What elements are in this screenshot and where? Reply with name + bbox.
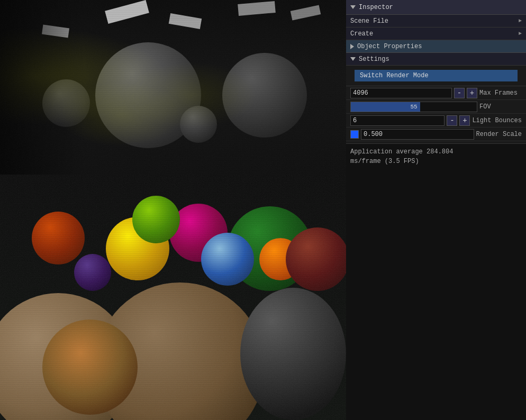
status-text-container: Application average 284.804 ms/frame (3.… — [346, 143, 526, 169]
settings-collapse-icon — [350, 57, 356, 61]
fov-label: FOV — [479, 103, 522, 111]
create-arrow: ► — [519, 31, 522, 36]
scene-floor — [0, 175, 346, 420]
render-scale-label: Render Scale — [476, 131, 522, 138]
object-properties-label: Object Properties — [357, 43, 422, 50]
object-properties-expand-icon — [350, 44, 354, 49]
max-frames-minus-button[interactable]: - — [454, 88, 465, 98]
inspector-collapse-icon — [350, 5, 356, 9]
light-bounces-minus-button[interactable]: - — [447, 115, 457, 126]
light-bounces-row: - + Light Bounces — [346, 114, 526, 127]
noise-top — [0, 0, 346, 190]
render-scale-row: Render Scale — [346, 127, 526, 141]
switch-render-mode-button[interactable]: Switch Render Mode — [355, 70, 518, 81]
render-scale-color-swatch[interactable] — [350, 130, 359, 139]
switch-render-container: Switch Render Mode — [346, 66, 526, 86]
viewport — [0, 0, 346, 420]
scene-ceiling — [0, 0, 346, 190]
light-bounces-plus-button[interactable]: + — [459, 115, 470, 126]
object-properties-section[interactable]: Object Properties — [346, 40, 526, 53]
settings-section[interactable]: Settings — [346, 53, 526, 66]
light-bounces-label: Light Bounces — [472, 117, 522, 124]
inspector-panel: Inspector Scene File ► Create ► Object P… — [346, 0, 526, 420]
inspector-header: Inspector — [346, 0, 526, 15]
scene-file-row[interactable]: Scene File ► — [346, 15, 526, 28]
scene-file-arrow: ► — [519, 18, 522, 24]
max-frames-plus-button[interactable]: + — [467, 88, 477, 98]
fov-slider[interactable]: 55 — [350, 102, 477, 112]
fov-slider-fill — [351, 102, 420, 112]
fov-row: 55 FOV — [346, 100, 526, 114]
inspector-title: Inspector — [359, 4, 393, 11]
create-label: Create — [350, 30, 373, 38]
render-scale-input[interactable] — [361, 129, 474, 140]
inspector-empty-space — [346, 169, 526, 420]
light-bounces-input[interactable] — [350, 115, 445, 126]
status-text: Application average 284.804 ms/frame (3.… — [350, 148, 453, 165]
settings-label: Settings — [359, 56, 389, 63]
noise-floor — [0, 175, 346, 420]
max-frames-label: Max Frames — [479, 89, 522, 97]
max-frames-row: - + Max Frames — [346, 86, 526, 100]
scene-file-label: Scene File — [350, 17, 388, 25]
create-row[interactable]: Create ► — [346, 28, 526, 40]
max-frames-input[interactable] — [350, 88, 452, 98]
